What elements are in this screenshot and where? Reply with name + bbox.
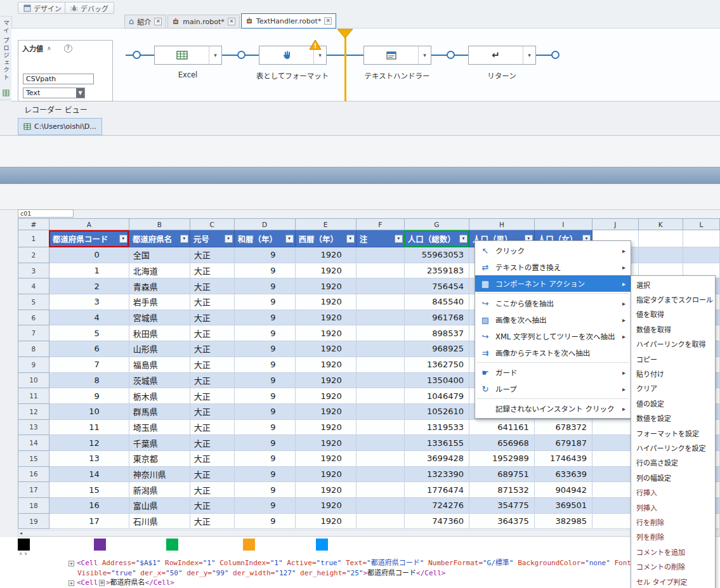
context-menu-item[interactable]: ↻ループ▸ — [475, 381, 631, 397]
grid-cell[interactable] — [356, 435, 404, 451]
tree-expander-icon[interactable]: + — [69, 580, 74, 586]
row-header[interactable]: 5 — [18, 294, 49, 310]
grid-cell[interactable]: 大正 — [190, 450, 234, 466]
grid-cell[interactable]: 1952989 — [469, 450, 534, 466]
submenu-item[interactable]: 数値を取得 — [631, 322, 715, 336]
row-header[interactable]: 18 — [18, 498, 49, 514]
grid-cell[interactable]: 山形県 — [129, 341, 190, 357]
grid-cell[interactable]: 1920 — [295, 263, 356, 278]
col-header-H[interactable]: H — [469, 219, 534, 230]
close-icon[interactable]: ✕ — [154, 18, 162, 25]
table-header-cell[interactable]: 西暦（年）▾ — [295, 230, 356, 247]
row-header[interactable]: 17 — [18, 482, 49, 498]
insertion-marker-icon[interactable] — [337, 29, 353, 39]
submenu-item[interactable]: 列を削除 — [631, 530, 715, 544]
grid-cell[interactable]: 大正 — [190, 435, 234, 451]
grid-cell[interactable]: 1323390 — [404, 466, 469, 482]
grid-cell[interactable]: 6 — [49, 341, 129, 357]
grid-cell[interactable]: 1362750 — [404, 356, 469, 372]
grid-cell[interactable]: 10 — [49, 403, 129, 419]
grid-cell[interactable]: 1 — [49, 263, 129, 278]
col-header-F[interactable]: F — [356, 219, 404, 230]
grid-cell[interactable]: 5 — [49, 325, 129, 341]
flow-node-texthandler[interactable]: ▾ — [363, 46, 431, 65]
grid-cell[interactable]: 1336155 — [404, 435, 469, 451]
submenu-item[interactable]: クリア — [631, 381, 715, 396]
grid-cell[interactable]: 15 — [49, 482, 129, 498]
grid-cell[interactable]: 354775 — [469, 498, 534, 514]
grid-cell[interactable]: 大正 — [190, 388, 234, 404]
grid-cell[interactable]: 55963053 — [404, 247, 469, 263]
grid-cell[interactable]: 0 — [49, 247, 129, 263]
grid-cell[interactable] — [356, 356, 404, 372]
design-button[interactable]: デザイン — [18, 2, 67, 14]
grid-cell[interactable]: 9 — [234, 498, 295, 514]
grid-cell[interactable] — [356, 419, 404, 435]
submenu-item[interactable]: 指定タグまでスクロール — [631, 292, 715, 306]
grid-cell[interactable]: 1920 — [295, 372, 356, 388]
context-menu-item[interactable]: ⇄テキストの置き換え▸ — [475, 259, 631, 275]
grid-cell[interactable] — [356, 310, 404, 325]
grid-cell[interactable]: 1046479 — [404, 388, 469, 404]
table-header-cell[interactable]: 都道府県コード▾ — [49, 230, 129, 247]
grid-cell[interactable]: 898537 — [404, 325, 469, 341]
grid-cell[interactable]: 秋田県 — [129, 325, 190, 341]
grid-cell[interactable]: 9 — [234, 513, 295, 529]
row-header[interactable]: 10 — [18, 372, 49, 388]
grid-cell[interactable]: 1920 — [295, 513, 356, 529]
row-header[interactable]: 16 — [18, 466, 49, 482]
grid-cell[interactable]: 9 — [234, 372, 295, 388]
grid-cell[interactable]: 747360 — [404, 513, 469, 529]
context-menu-item[interactable]: 記録されないインスタント クリック▸ — [475, 400, 631, 417]
row-header[interactable]: 19 — [18, 513, 49, 529]
grid-cell[interactable]: 大正 — [190, 247, 234, 263]
submenu-item[interactable]: 行の高さ設定 — [631, 455, 715, 470]
grid-cell[interactable]: 大正 — [190, 403, 234, 419]
grid-cell[interactable]: 756454 — [404, 278, 469, 294]
grid-cell[interactable]: 大正 — [190, 341, 234, 357]
grid-cell[interactable]: 1350400 — [404, 372, 469, 388]
filter-dropdown[interactable]: ▾ — [119, 235, 128, 243]
chevron-down-icon[interactable]: ▾ — [418, 46, 431, 64]
debug-button[interactable]: デバッグ — [65, 2, 114, 14]
grid-cell[interactable] — [356, 263, 404, 278]
table-header-cell[interactable]: 注▾ — [356, 230, 404, 247]
grid-cell[interactable]: 968925 — [404, 341, 469, 357]
grid-cell[interactable]: 9 — [234, 482, 295, 498]
col-header-I[interactable]: I — [534, 219, 592, 230]
grid-cell[interactable]: 宮城県 — [129, 310, 190, 325]
chevron-down-icon[interactable]: ▾ — [209, 46, 221, 64]
horizontal-scrollbar[interactable]: ◂ — [18, 530, 720, 537]
row-header[interactable]: 11 — [18, 388, 49, 404]
flow-junction[interactable] — [237, 51, 245, 59]
grid-cell[interactable]: 9 — [234, 435, 295, 451]
row-header[interactable]: 8 — [18, 341, 49, 357]
grid-cell[interactable]: 904942 — [534, 482, 592, 498]
table-header-cell[interactable]: 元号▾ — [190, 230, 234, 247]
grid-cell[interactable]: 1920 — [295, 325, 356, 341]
col-header-K[interactable]: K — [638, 219, 683, 230]
filter-dropdown[interactable]: ▾ — [346, 235, 355, 243]
row-header[interactable]: 13 — [18, 419, 49, 435]
grid-cell[interactable]: 9 — [234, 310, 295, 325]
grid-cell[interactable]: 大正 — [190, 278, 234, 294]
grid-cell[interactable]: 1920 — [295, 310, 356, 325]
grid-cell[interactable]: 9 — [234, 247, 295, 263]
grid-cell[interactable]: 2359183 — [404, 263, 469, 278]
col-header-B[interactable]: B — [129, 219, 190, 230]
grid-cell[interactable]: 382985 — [534, 513, 592, 529]
col-header-J[interactable]: J — [592, 219, 639, 230]
grid-cell[interactable]: 13 — [49, 450, 129, 466]
chevron-down-icon[interactable]: ▾ — [523, 46, 535, 64]
grid-cell[interactable]: 大正 — [190, 482, 234, 498]
grid-cell[interactable]: 岩手県 — [129, 294, 190, 310]
text-field-select[interactable]: Text ▼ — [23, 88, 85, 98]
grid-cell[interactable]: 1920 — [295, 278, 356, 294]
row-header[interactable]: 7 — [18, 325, 49, 341]
grid-cell[interactable] — [356, 498, 404, 514]
grid-cell[interactable]: 656968 — [469, 435, 534, 451]
grid-cell[interactable]: 群馬県 — [129, 403, 190, 419]
project-side-panel[interactable]: マイ プロジェクト — [0, 16, 12, 100]
filter-dropdown[interactable]: ▾ — [395, 235, 403, 243]
grid-cell[interactable]: 1920 — [295, 403, 356, 419]
